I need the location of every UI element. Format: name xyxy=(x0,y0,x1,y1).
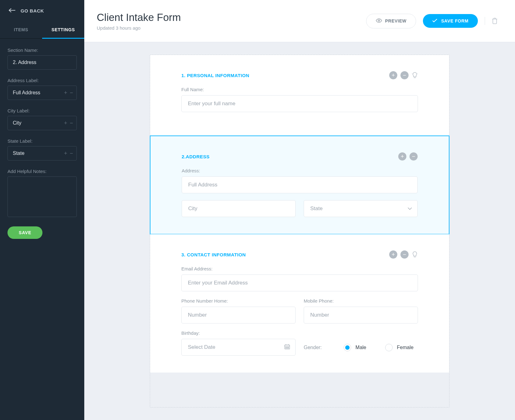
save-form-button[interactable]: SAVE FORM xyxy=(423,14,478,28)
eye-icon xyxy=(376,18,382,24)
tab-settings[interactable]: SETTINGS xyxy=(42,22,84,38)
remove-field-button[interactable]: − xyxy=(400,71,409,79)
section-address[interactable]: 2.ADDRESS + − Address: xyxy=(150,136,449,235)
state-select[interactable] xyxy=(304,200,418,217)
full-address-input[interactable] xyxy=(182,176,418,193)
radio-icon xyxy=(385,344,393,351)
remove-field-button[interactable]: − xyxy=(400,250,409,259)
page-subtitle: Updated 3 hours ago xyxy=(97,25,181,31)
canvas: 1. PERSONAL INFORMATION + − Full Name: xyxy=(84,42,515,420)
minus-icon[interactable]: − xyxy=(70,90,73,96)
email-label: Email Address: xyxy=(181,266,418,271)
section-title: 3. CONTACT INFORMATION xyxy=(181,252,246,257)
section-title: 1. PERSONAL INFORMATION xyxy=(181,73,249,78)
divider xyxy=(485,17,485,25)
radio-icon xyxy=(344,344,351,351)
gender-male-radio[interactable]: Male xyxy=(344,344,366,351)
notes-label: Add Helpful Notes: xyxy=(7,169,77,174)
full-name-input[interactable] xyxy=(181,95,418,112)
svg-point-13 xyxy=(288,347,289,348)
go-back-label: GO BACK xyxy=(21,8,44,13)
full-name-label: Full Name: xyxy=(181,87,418,92)
lightbulb-icon xyxy=(412,251,418,258)
delete-button[interactable] xyxy=(492,18,498,24)
svg-point-11 xyxy=(286,347,286,348)
address-label: Address: xyxy=(182,168,418,173)
save-form-label: SAVE FORM xyxy=(441,18,468,23)
save-button[interactable]: SAVE xyxy=(7,226,42,239)
gender-label: Gender: xyxy=(304,345,322,350)
lightbulb-icon xyxy=(412,72,418,79)
section-name-label: Section Name: xyxy=(7,47,77,53)
svg-line-5 xyxy=(417,74,418,74)
section-contact-information[interactable]: 3. CONTACT INFORMATION + − Email Address… xyxy=(150,234,449,373)
address-label-field: Address Label: + − xyxy=(7,78,77,100)
sidebar-tabs: ITEMS SETTINGS xyxy=(0,22,84,39)
remove-field-button[interactable]: − xyxy=(410,152,418,161)
address-label-label: Address Label: xyxy=(7,78,77,83)
plus-icon[interactable]: + xyxy=(64,90,67,96)
svg-point-12 xyxy=(287,347,287,348)
preview-label: PREVIEW xyxy=(385,18,407,23)
svg-line-4 xyxy=(412,74,412,74)
hint-button[interactable] xyxy=(412,251,418,258)
preview-button[interactable]: PREVIEW xyxy=(366,14,416,28)
topbar: Client Intake Form Updated 3 hours ago P… xyxy=(84,0,515,42)
phone-home-input[interactable] xyxy=(181,307,296,324)
notes-field: Add Helpful Notes: xyxy=(7,169,77,218)
form-wrapper: 1. PERSONAL INFORMATION + − Full Name: xyxy=(150,55,449,408)
gender-male-label: Male xyxy=(356,345,366,350)
section-personal-information[interactable]: 1. PERSONAL INFORMATION + − Full Name: xyxy=(150,55,449,136)
gender-female-radio[interactable]: Female xyxy=(385,344,414,351)
gender-female-label: Female xyxy=(397,345,414,350)
mobile-phone-label: Mobile Phone: xyxy=(304,298,418,304)
add-field-button[interactable]: + xyxy=(389,71,397,79)
mobile-phone-input[interactable] xyxy=(304,307,418,324)
city-input[interactable] xyxy=(182,200,296,217)
main: Client Intake Form Updated 3 hours ago P… xyxy=(84,0,515,420)
state-label-label: State Label: xyxy=(7,138,77,144)
svg-point-15 xyxy=(287,348,287,348)
go-back-button[interactable]: GO BACK xyxy=(0,0,84,22)
svg-point-16 xyxy=(288,348,289,348)
calendar-icon xyxy=(284,344,290,351)
phone-home-label: Phone Number Home: xyxy=(181,298,296,304)
minus-icon[interactable]: − xyxy=(70,150,73,157)
birthday-input[interactable] xyxy=(181,339,296,356)
page-title: Client Intake Form xyxy=(97,12,181,23)
plus-icon[interactable]: + xyxy=(64,150,67,157)
svg-point-14 xyxy=(286,348,286,348)
settings-panel: Section Name: Address Label: + − City La… xyxy=(0,39,84,248)
trash-icon xyxy=(492,18,498,24)
sidebar: GO BACK ITEMS SETTINGS Section Name: Add… xyxy=(0,0,84,420)
svg-point-1 xyxy=(378,20,380,21)
section-name-field: Section Name: xyxy=(7,47,77,70)
check-icon xyxy=(432,18,437,23)
state-label-field: State Label: + − xyxy=(7,138,77,161)
section-title: 2.ADDRESS xyxy=(182,154,209,159)
hint-button[interactable] xyxy=(412,72,418,79)
email-input[interactable] xyxy=(181,274,418,291)
city-label-field: City Label: + − xyxy=(7,108,77,130)
notes-textarea[interactable] xyxy=(7,176,77,217)
city-label-label: City Label: xyxy=(7,108,77,113)
chevron-down-icon xyxy=(408,206,412,211)
arrow-left-icon xyxy=(9,8,16,13)
birthday-label: Birthday: xyxy=(181,330,296,336)
tab-items[interactable]: ITEMS xyxy=(0,22,42,38)
minus-icon[interactable]: − xyxy=(70,120,73,126)
section-name-input[interactable] xyxy=(7,55,77,70)
add-field-button[interactable]: + xyxy=(398,152,406,161)
plus-icon[interactable]: + xyxy=(64,120,67,126)
add-field-button[interactable]: + xyxy=(389,250,397,259)
